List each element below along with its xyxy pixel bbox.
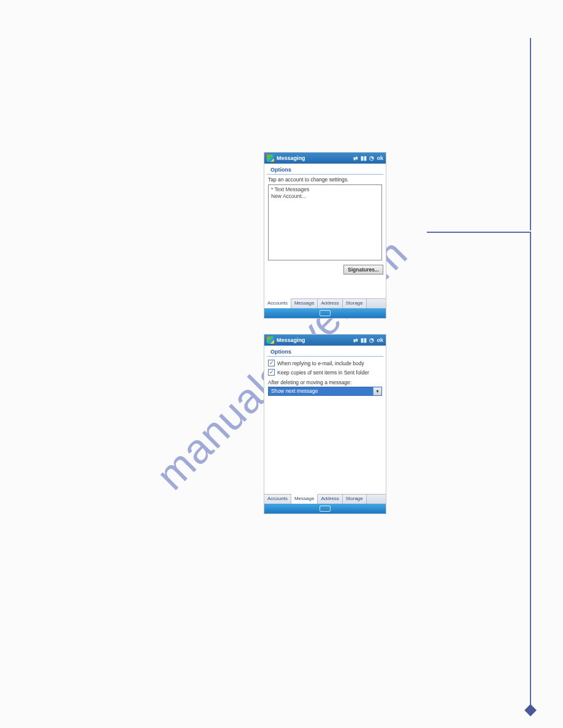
signatures-row: Signatures... (264, 262, 386, 276)
ok-button[interactable]: ok (377, 337, 383, 343)
tab-message[interactable]: Message (291, 299, 318, 308)
list-item[interactable]: * Text Messages (271, 186, 379, 193)
tab-accounts[interactable]: Accounts (264, 495, 291, 504)
checkbox-row-include-body[interactable]: ✓ When replying to e-mail, include body (268, 358, 382, 368)
options-heading: Options (267, 347, 383, 357)
accounts-listbox[interactable]: * Text Messages New Account... (268, 184, 382, 260)
tab-storage[interactable]: Storage (343, 495, 367, 504)
sip-bar (264, 504, 386, 514)
window-title: Messaging (277, 337, 353, 343)
start-flag-icon (267, 336, 274, 344)
list-item[interactable]: New Account... (271, 193, 379, 200)
screenshot-accounts-options: Messaging ⇄ ▮▮ ◔ ok Options Tap an accou… (264, 152, 386, 319)
instruction-text: Tap an account to change settings. (268, 176, 382, 183)
window-titlebar: Messaging ⇄ ▮▮ ◔ ok (264, 153, 386, 164)
options-heading: Options (267, 165, 383, 175)
signal-icon: ▮▮ (361, 155, 367, 161)
speaker-icon: ◔ (369, 155, 374, 161)
side-rule-tick (427, 232, 531, 233)
keyboard-icon[interactable] (320, 310, 331, 316)
screenshot-message-options: Messaging ⇄ ▮▮ ◔ ok Options ✓ When reply… (264, 334, 386, 514)
sync-icon: ⇄ (353, 155, 358, 161)
titlebar-status-icons: ⇄ ▮▮ ◔ ok (353, 155, 383, 161)
checkbox-label: Keep copies of sent items in Sent folder (277, 370, 369, 376)
tab-storage[interactable]: Storage (343, 299, 367, 308)
window-title: Messaging (277, 155, 353, 161)
signatures-button[interactable]: Signatures... (343, 265, 383, 275)
tab-address[interactable]: Address (318, 495, 342, 504)
side-rule-upper (530, 38, 531, 230)
page-diamond-marker (524, 704, 537, 716)
dropdown-value: Show next message (269, 387, 373, 395)
sip-bar (264, 308, 386, 318)
sync-icon: ⇄ (353, 337, 358, 343)
checkbox-label: When replying to e-mail, include body (277, 360, 364, 366)
options-body: ✓ When replying to e-mail, include body … (264, 357, 386, 398)
tab-bar: Accounts Message Address Storage (264, 494, 386, 504)
side-rule-lower (530, 233, 531, 712)
tab-bar: Accounts Message Address Storage (264, 298, 386, 308)
options-body: Tap an account to change settings. * Tex… (264, 175, 386, 262)
ok-button[interactable]: ok (377, 155, 383, 161)
tab-address[interactable]: Address (318, 299, 342, 308)
titlebar-status-icons: ⇄ ▮▮ ◔ ok (353, 337, 383, 343)
speaker-icon: ◔ (369, 337, 374, 343)
checkbox-icon[interactable]: ✓ (268, 360, 275, 366)
after-delete-dropdown[interactable]: Show next message ▼ (268, 387, 382, 396)
window-titlebar: Messaging ⇄ ▮▮ ◔ ok (264, 335, 386, 346)
checkbox-row-keep-copies[interactable]: ✓ Keep copies of sent items in Sent fold… (268, 368, 382, 377)
after-delete-label: After deleting or moving a message: (268, 377, 382, 387)
tab-message[interactable]: Message (291, 494, 318, 504)
tab-accounts[interactable]: Accounts (264, 298, 291, 308)
signal-icon: ▮▮ (361, 337, 367, 343)
keyboard-icon[interactable] (320, 506, 331, 512)
chevron-down-icon[interactable]: ▼ (373, 387, 381, 395)
checkbox-icon[interactable]: ✓ (268, 369, 275, 376)
start-flag-icon (267, 154, 274, 162)
